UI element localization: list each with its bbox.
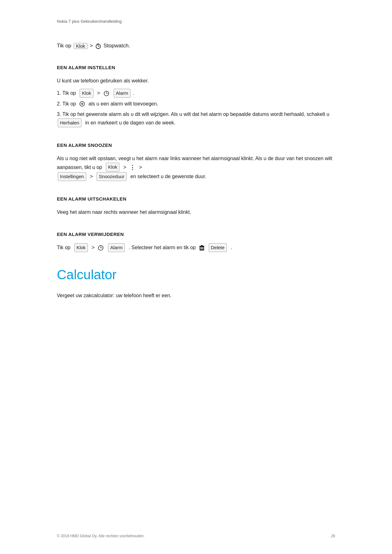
svg-rect-3 bbox=[98, 44, 99, 44]
section-alarm-uitschakelen: EEN ALARM UITSCHAKELEN Veeg het alarm na… bbox=[57, 196, 335, 216]
intro-arrow: > bbox=[90, 43, 93, 49]
svg-line-5 bbox=[97, 44, 98, 45]
document-title: Nokia 7 plus Gebruikershandleiding bbox=[57, 19, 122, 24]
section-alarm-verwijderen: EEN ALARM VERWIJDEREN Tik op Klok > Alar… bbox=[57, 232, 335, 252]
trash-icon bbox=[199, 245, 204, 251]
verwijderen-text-before: Tik op bbox=[57, 245, 72, 250]
list-2-text: als u een alarm wilt toevoegen. bbox=[87, 101, 158, 106]
alarm-badge-verwijderen: Alarm bbox=[108, 243, 125, 252]
snoozeduur-badge: Snoozeduur bbox=[97, 172, 127, 181]
heading-alarm-uitschakelen: EEN ALARM UITSCHAKELEN bbox=[57, 196, 335, 202]
list-item-2: 2. Tik op als u een alarm wilt toevoegen… bbox=[57, 99, 335, 108]
calculator-title: Calculator bbox=[57, 267, 335, 282]
section-alarm-snoozen: EEN ALARM SNOOZEN Als u nog niet wilt op… bbox=[57, 142, 335, 181]
list-num-3: 3. Tik op het gewenste alarm als u dit w… bbox=[57, 111, 331, 117]
three-dots-icon: ⋮ bbox=[130, 163, 136, 172]
klok-badge-verwijderen: Klok bbox=[74, 243, 88, 252]
section-alarm-instellen: EEN ALARM INSTELLEN U kunt uw telefoon g… bbox=[57, 65, 335, 127]
calculator-body: Vergeet uw zakcalculator: uw telefoon he… bbox=[57, 291, 335, 300]
snoozen-arrow2: > bbox=[138, 164, 142, 170]
list-item-1: 1. Tik op Klok > Alarm . bbox=[57, 89, 335, 98]
verwijderen-text-after: . bbox=[229, 245, 232, 250]
alarm-instellen-list: 1. Tik op Klok > Alarm . 2. Tik op bbox=[57, 89, 335, 127]
klok-badge-1: Klok bbox=[80, 89, 93, 98]
footer-copyright: © 2018 HMD Global Oy. Alle rechten voorb… bbox=[57, 534, 145, 538]
intro-text-before: Tik op bbox=[57, 43, 71, 49]
alarm-badge-1: Alarm bbox=[114, 89, 130, 98]
alarm-snoozen-body: Als u nog niet wilt opstaan, veegt u het… bbox=[57, 154, 335, 181]
intro-text-after: . bbox=[129, 43, 130, 49]
heading-alarm-instellen: EEN ALARM INSTELLEN bbox=[57, 65, 335, 70]
footer: © 2018 HMD Global Oy. Alle rechten voorb… bbox=[57, 534, 335, 538]
delete-badge: Delete bbox=[209, 243, 227, 252]
arrow-1: > bbox=[97, 90, 100, 96]
heading-alarm-snoozen: EEN ALARM SNOOZEN bbox=[57, 142, 335, 148]
instellingen-badge: Instellingen bbox=[58, 172, 86, 181]
alarm-instellen-body: U kunt uw telefoon gebruiken als wekker. bbox=[57, 76, 335, 85]
snoozen-arrow3: > bbox=[88, 174, 94, 179]
snoozen-text-2: en selecteert u de gewenste duur. bbox=[129, 174, 206, 179]
section-calculator: Calculator Vergeet uw zakcalculator: uw … bbox=[57, 267, 335, 300]
list-num-2: 2. Tik op bbox=[57, 101, 77, 106]
list-num-1: 1. Tik op bbox=[57, 90, 77, 96]
verwijderen-arrow1: > bbox=[90, 245, 96, 250]
footer-page-number: 28 bbox=[331, 534, 335, 538]
header-meta: Nokia 7 plus Gebruikershandleiding bbox=[57, 19, 335, 24]
herhalen-badge: Herhalen bbox=[58, 118, 81, 127]
svg-rect-17 bbox=[201, 245, 203, 246]
list-3-end: in en markeert u de dagen van de week. bbox=[84, 120, 175, 125]
list-1-end: . bbox=[133, 90, 134, 96]
alarm-verwijderen-body: Tik op Klok > Alarm . Selecteer het alar… bbox=[57, 243, 335, 252]
verwijderen-text-mid: . Selecteer het alarm en tik op bbox=[127, 245, 197, 250]
snoozen-arrow1: > bbox=[122, 164, 128, 170]
snoozen-text-1: Als u nog niet wilt opstaan, veegt u het… bbox=[57, 156, 332, 170]
heading-alarm-verwijderen: EEN ALARM VERWIJDEREN bbox=[57, 232, 335, 237]
stopwatch-icon-intro bbox=[95, 43, 101, 49]
svg-rect-20 bbox=[202, 247, 203, 250]
stopwatch-label-intro: Stopwatch bbox=[104, 43, 129, 49]
klok-badge-snoozen: Klok bbox=[106, 163, 119, 172]
alarm-uitschakelen-body: Veeg het alarm naar rechts wanneer het a… bbox=[57, 208, 335, 216]
plus-circle-icon bbox=[79, 101, 85, 107]
page: Nokia 7 plus Gebruikershandleiding Tik o… bbox=[0, 0, 392, 554]
svg-rect-19 bbox=[202, 247, 202, 250]
svg-rect-18 bbox=[200, 247, 201, 250]
clock-icon-1 bbox=[104, 91, 109, 96]
intro-line: Tik op Klok > Stopwatch . bbox=[57, 43, 335, 49]
list-item-3: 3. Tik op het gewenste alarm als u dit w… bbox=[57, 110, 335, 127]
klok-badge-intro: Klok bbox=[74, 43, 87, 49]
clock-icon-verwijderen bbox=[98, 245, 104, 251]
